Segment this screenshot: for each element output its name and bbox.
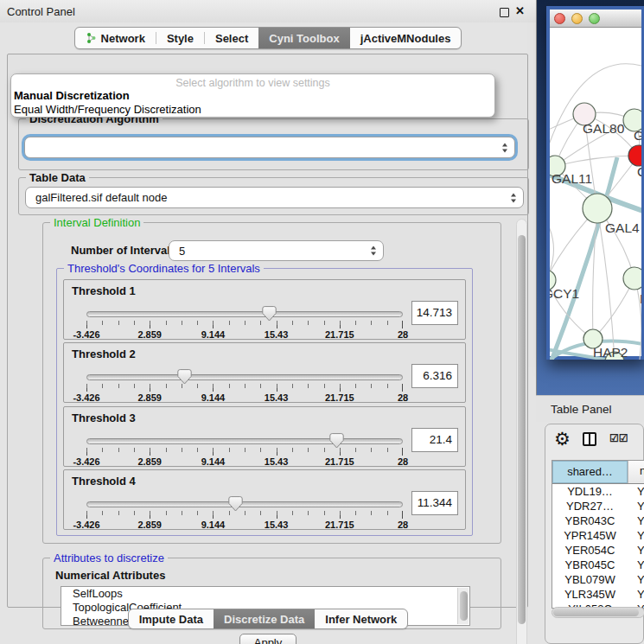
threshold-4-slider[interactable]: -3.426 2.859 9.144 15.43 21.715 28 <box>86 496 403 529</box>
network-view-window[interactable]: GAL80 GA C GAL11 GAL4 GCY1 H HAP2 <box>546 6 644 360</box>
slider-track[interactable] <box>86 438 403 444</box>
slider-track[interactable] <box>86 374 403 380</box>
tab-label: Cyni Toolbox <box>269 32 339 45</box>
minimize-traffic-light-icon[interactable] <box>571 13 583 24</box>
cell: YBR043C <box>552 513 628 528</box>
table-row[interactable]: YLR345WYLR3 <box>552 587 644 602</box>
node-label: GA <box>634 128 641 143</box>
node-red-highlighted[interactable] <box>628 145 641 166</box>
cell: YPR1 <box>628 528 644 543</box>
tick-label: 28 <box>398 329 408 340</box>
column-header-shared-name[interactable]: shared… <box>552 461 628 483</box>
tick-label: 2.859 <box>137 520 162 530</box>
tick-label: 15.43 <box>265 520 289 530</box>
tab-label: Impute Data <box>139 613 203 626</box>
close-traffic-light-icon[interactable] <box>554 13 565 24</box>
threshold-label: Threshold 2 <box>72 348 136 360</box>
tab-cyni-toolbox[interactable]: Cyni Toolbox <box>258 28 349 48</box>
tab-style[interactable]: Style <box>156 28 204 48</box>
tick-label: 21.715 <box>325 329 354 340</box>
number-of-intervals-combobox[interactable]: 5 <box>169 240 384 261</box>
table-row[interactable]: YDL19…YDL1 <box>552 484 644 499</box>
network-icon <box>86 32 97 44</box>
table-horizontal-scrollbar[interactable] <box>552 607 644 618</box>
scrollbar-thumb[interactable] <box>553 609 639 616</box>
slider-thumb[interactable] <box>177 369 192 385</box>
slider-ticks <box>86 321 403 328</box>
node-label: GAL4 <box>605 220 640 235</box>
tab-select[interactable]: Select <box>205 28 258 48</box>
cyni-content-box: Discretization Algorithm Table Data galF… <box>7 54 528 608</box>
tab-label: Network <box>101 32 145 45</box>
table-row[interactable]: YER054CYER0 <box>552 543 644 558</box>
panel-scrollbar[interactable] <box>516 219 527 644</box>
slider-track[interactable] <box>86 501 403 507</box>
tick-label: 9.144 <box>201 392 226 403</box>
slider-ticks <box>86 448 403 456</box>
slider-thumb[interactable] <box>329 433 344 449</box>
dropdown-item-equal-width-frequency[interactable]: Equal Width/Frequency Discretization <box>11 103 494 117</box>
cell: YDL19… <box>552 484 628 499</box>
slider-thumb[interactable] <box>262 306 277 322</box>
zoom-traffic-light-icon[interactable] <box>589 13 600 24</box>
combo-stepper-icon <box>502 143 507 152</box>
threshold-4-value-field[interactable]: 11.344 <box>411 491 458 515</box>
network-graph[interactable]: GAL80 GA C GAL11 GAL4 GCY1 H HAP2 <box>550 28 641 360</box>
scrollbar-thumb[interactable] <box>518 235 526 624</box>
slider-track[interactable] <box>86 311 403 317</box>
threshold-3-value-field[interactable]: 21.4 <box>411 428 458 452</box>
table-row[interactable]: YBR045CYBR0 <box>552 558 644 572</box>
node-gal4[interactable] <box>583 194 612 223</box>
tick-label: -3.426 <box>73 392 99 403</box>
combo-stepper-icon <box>371 246 376 256</box>
tick-label: 28 <box>398 456 408 467</box>
threshold-3-panel: Threshold 3 -3.426 2.859 9.144 <box>63 406 466 467</box>
tab-network[interactable]: Network <box>75 28 156 48</box>
top-tabbar: Network Style Select Cyni Toolbox jActiv… <box>74 27 462 49</box>
tick-label: 28 <box>398 392 408 403</box>
apply-button[interactable]: Apply <box>239 634 296 644</box>
threshold-1-value-field[interactable]: 14.713 <box>411 301 458 325</box>
tab-jactivemnodules[interactable]: jActiveMNodules <box>350 28 462 48</box>
cell: YDL1 <box>628 484 644 499</box>
tab-infer-network[interactable]: Infer Network <box>315 609 407 628</box>
tab-label: jActiveMNodules <box>360 32 451 45</box>
dropdown-item-manual-discretization[interactable]: Manual Discretization <box>11 89 494 103</box>
slider-ticks <box>86 511 403 519</box>
table-row[interactable]: YDR27…YDR2 <box>552 499 644 513</box>
float-window-icon[interactable] <box>500 8 509 17</box>
thresholds-coordinates-group: Threshold's Coordinates for 5 Intervals … <box>56 268 473 536</box>
algorithm-combobox[interactable] <box>24 137 515 158</box>
tick-label: 21.715 <box>325 392 354 403</box>
slider-tick-labels: -3.426 2.859 9.144 15.43 21.715 28 <box>86 456 403 467</box>
node-h[interactable] <box>623 267 641 290</box>
dropdown-hint: Select algorithm to view settings <box>11 74 494 89</box>
gear-icon[interactable]: ⚙ <box>554 428 571 450</box>
node-attribute-table: shared… na YDL19…YDL1 YDR27…YDR2 YBR043C… <box>552 460 644 609</box>
tab-impute-data[interactable]: Impute Data <box>129 609 214 628</box>
threshold-2-slider[interactable]: -3.426 2.859 9.144 15.43 21.715 28 <box>86 369 403 402</box>
cell: YBR045C <box>552 558 628 572</box>
group-title: Attributes to discretize <box>50 552 168 564</box>
list-item[interactable]: SelfLoops <box>61 587 469 601</box>
cell: YBL0 <box>628 572 644 587</box>
tab-discretize-data[interactable]: Discretize Data <box>214 609 315 628</box>
cell: YDR2 <box>628 499 644 513</box>
checkboxes-icon[interactable]: ☑☑ <box>609 432 628 444</box>
threshold-3-slider[interactable]: -3.426 2.859 9.144 15.43 21.715 28 <box>86 433 403 466</box>
close-icon[interactable]: ✕ <box>515 4 525 17</box>
slider-tick-end <box>402 511 403 519</box>
threshold-2-value-field[interactable]: 6.316 <box>411 364 458 388</box>
columns-icon[interactable] <box>583 432 596 446</box>
algorithm-dropdown-popup: Select algorithm to view settings Manual… <box>10 73 495 118</box>
table-row[interactable]: YPR145WYPR1 <box>552 528 644 543</box>
table-data-combobox[interactable]: galFiltered.sif default node <box>25 187 524 208</box>
table-row[interactable]: YBR043CYBR0 <box>552 513 644 528</box>
table-row[interactable]: YBL079WYBL0 <box>552 572 644 587</box>
node-label: GCY1 <box>550 286 579 301</box>
slider-tick-labels: -3.426 2.859 9.144 15.43 21.715 28 <box>86 392 403 403</box>
top-tabbar-wrap: Network Style Select Cyni Toolbox jActiv… <box>0 27 536 49</box>
slider-thumb[interactable] <box>228 496 243 512</box>
column-header-name[interactable]: na <box>628 461 644 483</box>
threshold-1-slider[interactable]: -3.426 2.859 9.144 15.43 21.715 28 <box>86 306 403 339</box>
